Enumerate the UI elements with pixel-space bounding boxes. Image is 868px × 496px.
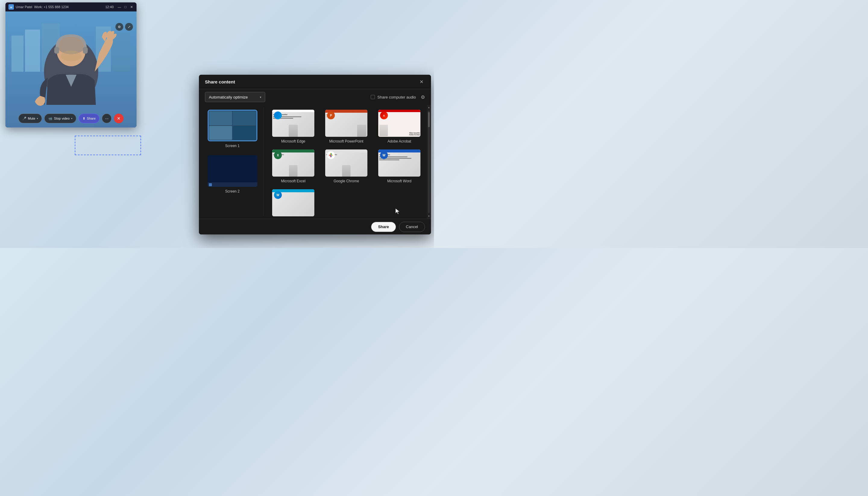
optimize-dropdown[interactable]: Automatically optimize ▾: [205, 92, 265, 102]
fullscreen-icon[interactable]: ⤢: [125, 23, 133, 31]
scroll-down-icon[interactable]: ▼: [427, 214, 431, 219]
webex-icon: W: [274, 191, 282, 199]
edge-label: Microsoft Edge: [281, 139, 305, 143]
titlebar-user: Umar Patel Work: +1 555 888 1234: [16, 5, 105, 9]
svg-rect-14: [208, 155, 258, 187]
audio-settings-icon[interactable]: ⚙: [421, 94, 425, 100]
dialog-title: Share content: [205, 79, 235, 84]
app-excel-item[interactable]: make it beautiful X Microsoft Excel: [267, 147, 319, 186]
powerpoint-icon: P: [327, 111, 335, 119]
camera-icon: 📹: [48, 117, 52, 121]
edge-thumbnail: make it beautiful: [272, 110, 314, 137]
chrome-label: Google Chrome: [334, 179, 359, 183]
word-label: Microsoft Word: [387, 179, 412, 183]
svg-rect-7: [112, 33, 130, 72]
dropdown-chevron-icon: ▾: [260, 95, 261, 99]
maximize-button[interactable]: □: [123, 5, 127, 9]
excel-icon: X: [274, 151, 282, 159]
share-audio-option: Share computer audio: [371, 95, 416, 99]
app-powerpoint-item[interactable]: make it beautiful P Microsoft PowerPoint: [320, 107, 372, 146]
svg-rect-3: [12, 35, 24, 72]
screen-selection-box: [75, 136, 141, 155]
video-chevron-icon: ▾: [71, 117, 72, 120]
acrobat-icon: A: [380, 111, 388, 119]
minimize-button[interactable]: —: [117, 5, 122, 9]
titlebar-time: 12:40: [105, 5, 114, 9]
svg-rect-15: [208, 182, 258, 187]
video-controls-bar: 🎤 Mute ▾ 📹 Stop video ▾ ⬆ Share ··· ✕: [5, 113, 137, 123]
word-icon: W: [380, 151, 388, 159]
apps-section: make it beautiful: [264, 107, 425, 216]
svg-rect-13: [83, 47, 88, 53]
cancel-button[interactable]: Cancel: [399, 222, 425, 232]
powerpoint-thumbnail: make it beautiful P: [325, 110, 367, 137]
svg-rect-12: [54, 47, 59, 53]
share-content-area: Screen 1 Screen 2: [199, 105, 431, 219]
svg-rect-4: [25, 30, 40, 72]
scrollbar-thumb[interactable]: [428, 112, 430, 127]
dialog-header: Share content ✕: [199, 75, 431, 89]
excel-label: Microsoft Excel: [281, 179, 305, 183]
share-button[interactable]: ⬆ Share: [79, 113, 99, 123]
chrome-icon: [327, 151, 335, 159]
mute-chevron-icon: ▾: [37, 117, 38, 120]
webex-thumbnail: W: [272, 189, 314, 216]
app-acrobat-item[interactable]: Make beautifulAdobe Acrobat A Adobe Acro…: [373, 107, 425, 146]
screen1-item[interactable]: Screen 1: [205, 107, 260, 150]
scroll-up-icon[interactable]: ▲: [427, 105, 431, 110]
share-content-dialog: Share content ✕ Automatically optimize ▾…: [199, 75, 431, 234]
screens-section: Screen 1 Screen 2: [205, 107, 264, 216]
svg-rect-16: [209, 183, 212, 186]
scrollbar-track: [428, 111, 430, 213]
dialog-close-button[interactable]: ✕: [418, 78, 425, 86]
stop-video-button[interactable]: 📹 Stop video ▾: [44, 113, 76, 123]
video-call-window: W Umar Patel Work: +1 555 888 1234 12:40…: [5, 2, 137, 127]
excel-thumbnail: make it beautiful X: [272, 150, 314, 176]
app-webex-item[interactable]: W Webex: [267, 187, 319, 219]
app-edge-item[interactable]: make it beautiful: [267, 107, 319, 146]
app-logo: W: [9, 4, 14, 10]
mute-button[interactable]: 🎤 Mute ▾: [18, 113, 42, 123]
share-icon: ⬆: [82, 117, 85, 121]
window-controls[interactable]: — □ ✕: [117, 5, 134, 9]
end-call-button[interactable]: ✕: [114, 113, 124, 123]
share-content-button[interactable]: Share: [371, 222, 396, 232]
screen2-item[interactable]: Screen 2: [205, 153, 260, 196]
acrobat-label: Adobe Acrobat: [388, 139, 412, 143]
screen2-preview: [208, 155, 258, 187]
dialog-toolbar: Automatically optimize ▾ Share computer …: [199, 89, 431, 105]
app-chrome-item[interactable]: make it beautiful: [320, 147, 372, 186]
dialog-footer: Share Cancel: [199, 219, 431, 234]
app-word-item[interactable]: make it beautiful W Microsoft Word: [373, 147, 425, 186]
window-titlebar: W Umar Patel Work: +1 555 888 1234 12:40…: [5, 2, 137, 12]
screen1-label: Screen 1: [225, 144, 239, 148]
audio-checkbox[interactable]: [371, 95, 375, 99]
mic-icon: 🎤: [22, 117, 27, 121]
chrome-thumbnail: make it beautiful: [325, 150, 367, 176]
close-window-button[interactable]: ✕: [129, 5, 134, 9]
screen2-label: Screen 2: [225, 189, 239, 193]
video-feed: ⚙ ⤢ 🎤 Mute ▾ 📹 Stop video ▾ ⬆ Share ···: [5, 12, 137, 127]
settings-video-icon[interactable]: ⚙: [115, 23, 123, 31]
video-action-icons: ⚙ ⤢: [115, 23, 133, 31]
svg-text:A: A: [383, 114, 385, 117]
dialog-scrollbar[interactable]: ▲ ▼: [427, 105, 431, 219]
svg-text:W: W: [10, 6, 12, 9]
svg-point-11: [61, 51, 82, 61]
more-options-button[interactable]: ···: [102, 113, 111, 123]
edge-icon: [274, 111, 282, 119]
screen1-preview: [208, 111, 257, 140]
screen2-thumbnail: [208, 155, 258, 187]
acrobat-thumbnail: Make beautifulAdobe Acrobat A: [378, 110, 420, 137]
screen1-thumbnail: [208, 110, 258, 141]
powerpoint-label: Microsoft PowerPoint: [329, 139, 363, 143]
word-thumbnail: make it beautiful W: [378, 150, 420, 176]
